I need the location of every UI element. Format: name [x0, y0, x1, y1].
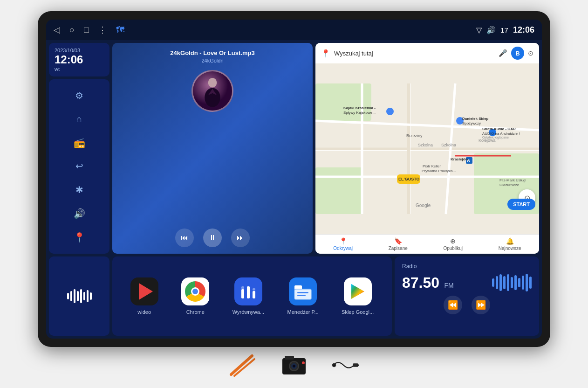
next-button[interactable]: ⏭: [231, 229, 250, 247]
content-area: 2023/10/03 12:06 wt ⚙ ⌂ 📻 ↩ ✱ 🔊 📍: [46, 40, 542, 339]
app-item-video[interactable]: wideo: [130, 277, 158, 315]
volume-level: 17: [500, 26, 508, 34]
play-triangle-icon: [139, 283, 153, 300]
cable-icon: [331, 353, 359, 377]
album-art: [191, 70, 233, 112]
radio-wave-5: [507, 274, 509, 291]
nav-maps-icon[interactable]: 🗺: [116, 25, 124, 35]
map-tab-opublikuj[interactable]: ⊕ Opublikuj: [443, 237, 463, 251]
prev-button[interactable]: ⏮: [175, 229, 194, 247]
map-mic-icon[interactable]: 🎤: [499, 49, 507, 57]
radio-controls: ⏪ ⏩: [402, 296, 532, 314]
nav-menu-icon[interactable]: ⋮: [98, 25, 107, 35]
map-pin-icon: 📍: [321, 49, 330, 58]
app-label-files: Menedżer P...: [287, 309, 319, 315]
radio-wave-7: [514, 275, 517, 290]
album-art-container: [119, 70, 306, 112]
app-item-files[interactable]: Menedżer P...: [287, 277, 319, 315]
pry-tool-accessory: [229, 353, 257, 377]
chrome-ring-icon: [185, 281, 205, 302]
map-tab-zapisane[interactable]: 🔖 Zapisane: [389, 237, 408, 251]
left-panel: 2023/10/03 12:06 wt ⚙ ⌂ 📻 ↩ ✱ 🔊 📍: [49, 43, 109, 254]
location-icon[interactable]: 📍: [72, 230, 87, 245]
nav-back-icon[interactable]: ◁: [54, 25, 60, 35]
date-display: 2023/10/03: [55, 48, 104, 53]
app-icon-files: [289, 277, 317, 305]
svg-text:Strefa Audio - CAR: Strefa Audio - CAR: [482, 127, 516, 131]
odkrywaj-icon: 📍: [339, 237, 347, 245]
svg-point-60: [302, 361, 305, 364]
wave-bar-7: [87, 290, 89, 302]
map-start-button[interactable]: START: [507, 199, 535, 210]
home-icon[interactable]: ⌂: [75, 112, 84, 126]
radio-rewind-button[interactable]: ⏪: [444, 296, 462, 314]
apps-grid-widget: wideo Chrome: [112, 256, 392, 336]
radio-wave-9: [522, 276, 524, 290]
camera-accessory: [280, 353, 308, 377]
music-title: 24kGoldn - Love Or Lust.mp3: [119, 49, 306, 56]
svg-line-53: [231, 356, 252, 374]
camera-icon: [280, 353, 308, 377]
volume-up-icon[interactable]: 🔊: [72, 206, 87, 221]
zapisane-icon: 🔖: [394, 237, 402, 245]
chrome-center-icon: [191, 287, 199, 296]
screen: ◁ ○ □ ⋮ 🗺 ▽ 🔊 17 12:06 2023/10/03: [46, 20, 542, 339]
radio-icon[interactable]: 📻: [72, 135, 87, 150]
voice-widget[interactable]: [49, 256, 109, 336]
album-art-inner: [193, 71, 232, 111]
map-content[interactable]: Szkolna Szkolna Kolejowa Kajaki Krasieńk…: [315, 63, 539, 234]
app-item-chrome[interactable]: Chrome: [181, 277, 209, 315]
bluetooth-icon[interactable]: ✱: [74, 182, 85, 197]
pry-tool-icon: [229, 353, 257, 377]
svg-text:Spożywczy: Spożywczy: [462, 121, 481, 125]
map-widget: 📍 Wyszukaj tutaj 🎤 B ⊙: [315, 43, 539, 254]
app-icon-video: [130, 277, 158, 305]
nav-home-icon[interactable]: ○: [69, 25, 75, 35]
radio-forward-button[interactable]: ⏩: [472, 296, 490, 314]
svg-text:Kajaki Krasieńka -: Kajaki Krasieńka -: [343, 106, 376, 110]
app-icon-play-store: [344, 277, 372, 305]
opublikuj-icon: ⊕: [450, 237, 456, 245]
radio-wave-3: [499, 274, 502, 291]
radio-wave-10: [526, 274, 528, 291]
radio-freq: 87.50: [402, 274, 439, 291]
music-player: 24kGoldn - Love Or Lust.mp3 24kGoldn: [112, 43, 313, 254]
music-info: 24kGoldn - Love Or Lust.mp3 24kGoldn: [119, 49, 306, 63]
svg-rect-61: [353, 363, 358, 367]
map-settings-icon[interactable]: ⊙: [528, 49, 533, 57]
radio-wave-1: [492, 278, 494, 287]
radio-frequency-display: 87.50 FM: [402, 274, 454, 291]
svg-rect-8: [315, 167, 362, 214]
app-item-play-store[interactable]: Sklep Googl...: [342, 277, 374, 315]
pause-button[interactable]: ⏸: [203, 229, 222, 247]
status-time: 12:06: [513, 25, 534, 35]
svg-rect-48: [294, 289, 311, 299]
svg-text:Brzeziny: Brzeziny: [406, 133, 423, 138]
map-search-text[interactable]: Wyszukaj tutaj: [334, 50, 495, 57]
settings-icon[interactable]: ⚙: [73, 88, 85, 103]
svg-text:AUDIO na Androidzie !: AUDIO na Androidzie !: [482, 132, 520, 136]
back-icon[interactable]: ↩: [74, 159, 85, 173]
time-display: 12:06: [55, 53, 104, 66]
map-tab-najnowsze[interactable]: 🔔 Najnowsze: [499, 237, 521, 251]
bottom-row: wideo Chrome: [49, 256, 539, 336]
wave-bar-8: [90, 292, 92, 300]
svg-rect-46: [253, 288, 255, 291]
map-tab-odkrywaj[interactable]: 📍 Odkrywaj: [333, 237, 353, 251]
map-avatar[interactable]: B: [511, 47, 524, 60]
svg-text:Piotr Keller: Piotr Keller: [423, 164, 441, 168]
svg-rect-62: [357, 365, 359, 366]
accessories-row: [229, 353, 359, 377]
svg-text:Google: Google: [416, 203, 431, 208]
app-label-video: wideo: [137, 309, 151, 315]
radio-main: 87.50 FM: [402, 273, 532, 292]
radio-wave-11: [529, 277, 532, 289]
nav-recent-icon[interactable]: □: [84, 25, 89, 35]
svg-point-59: [293, 365, 295, 367]
svg-text:Danielek Sklep: Danielek Sklep: [462, 117, 489, 121]
app-label-equalizer: Wyrównywa...: [232, 309, 264, 315]
app-item-equalizer[interactable]: Wyrównywa...: [232, 277, 264, 315]
status-bar: ◁ ○ □ ⋮ 🗺 ▽ 🔊 17 12:06: [46, 20, 542, 40]
radio-wave-6: [511, 277, 513, 288]
map-search-bar: 📍 Wyszukaj tutaj 🎤 B ⊙: [315, 43, 539, 63]
